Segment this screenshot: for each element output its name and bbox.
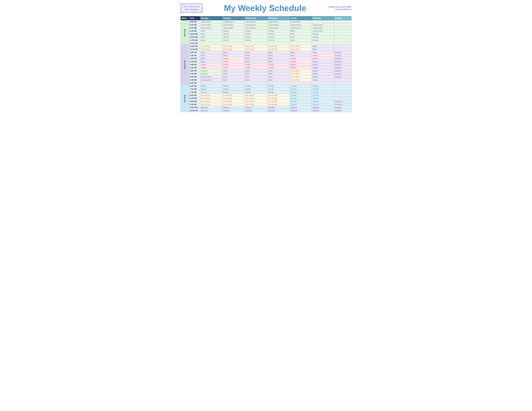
table-row: 10:30 PMSpiritualSpiritualSpiritualSpiri… <box>181 109 352 112</box>
data-cell-sat: Friends <box>312 94 334 97</box>
data-cell-wed: Work <box>244 54 267 57</box>
col-header-thursday: Thursday <box>267 16 290 20</box>
time-cell: 8:00 PM <box>189 94 200 97</box>
data-cell-fri: Health <box>290 66 312 69</box>
time-cell: 12:30 PM <box>189 48 200 51</box>
how-to-use-button[interactable]: Click: How to Use This Schedule <box>180 4 202 13</box>
data-cell-sat: Writing <box>312 36 334 39</box>
table-row: 3:00 PMHealthHealthHealthHealthHealthFam… <box>181 63 352 66</box>
data-cell-sat: Organization <box>312 27 334 29</box>
data-cell-wed: Organization <box>244 23 267 27</box>
data-cell-thu: Organization <box>267 27 290 29</box>
time-cell: 11:30 AM <box>189 42 200 45</box>
data-cell-mon: Organization <box>200 20 222 23</box>
table-row: 3:30 PMHealthHealthHealthHealthHealthFam… <box>181 66 352 69</box>
data-cell-sat: Family <box>312 78 334 82</box>
data-cell-mon: Organization <box>200 27 222 29</box>
time-cell: 10:00 PM <box>189 106 200 109</box>
time-cell: 10:30 PM <box>189 109 200 112</box>
data-cell-wed: Organization <box>244 27 267 29</box>
data-cell-tue: Work <box>222 75 244 78</box>
data-cell-tue: Fun & Play <box>222 97 244 100</box>
table-row: 11:00 AMWorkWritingWritingWritingWorkWri… <box>181 39 352 42</box>
table-row: 9:00 PMFun & PlayFun & PlayFun & PlayFun… <box>181 100 352 103</box>
time-cell: 8:00 AM <box>189 20 200 23</box>
data-cell-thu: Fun & Play <box>267 103 290 106</box>
data-cell-wed: Health <box>244 63 267 66</box>
data-cell-sat: Family <box>312 66 334 69</box>
table-row: 5:30 PMOrganizationWorkWorkWorkFun & Pla… <box>181 78 352 82</box>
data-cell-sat <box>312 82 334 85</box>
data-cell-fri: Friends <box>290 94 312 97</box>
data-cell-fri: Work <box>290 39 312 42</box>
data-cell-fri: Work <box>290 29 312 33</box>
data-cell-tue: Spiritual <box>222 109 244 112</box>
data-cell-sat: Spiritual <box>312 106 334 109</box>
data-cell-thu: Writing <box>267 39 290 42</box>
time-cell: 1:30 PM <box>189 54 200 57</box>
data-cell-sat: Family <box>312 72 334 75</box>
data-cell-sat: Work <box>312 48 334 51</box>
data-cell-wed: Fun & Play <box>244 94 267 97</box>
table-row: 5:00 PMOrganizationWorkWorkWorkFun & Pla… <box>181 75 352 78</box>
data-cell-mon: Spiritual <box>200 109 222 112</box>
data-cell-sat: Friends <box>312 103 334 106</box>
data-cell-mon: Fun & Play <box>200 103 222 106</box>
data-cell-wed: Fun & Play <box>244 100 267 103</box>
table-row: Morning8:00 AMOrganizationOrganizationOr… <box>181 20 352 23</box>
data-cell-sat: Friends <box>312 88 334 91</box>
table-row: 12:30 PMFun & PlayFun & PlayFun & PlayFu… <box>181 48 352 51</box>
data-cell-mon <box>200 42 222 45</box>
data-cell-thu: Fun & Play <box>267 97 290 100</box>
data-cell-thu: Health <box>267 63 290 66</box>
table-row: 4:00 PMFinanceWorkWorkWorkFun & PlayFami… <box>181 69 352 72</box>
data-cell-mon <box>200 82 222 85</box>
data-cell-fri: Work <box>290 36 312 39</box>
time-cell: 8:30 PM <box>189 97 200 100</box>
data-cell-wed: Writing <box>244 33 267 36</box>
data-cell-wed: Work <box>244 57 267 60</box>
data-cell-tue: Writing <box>222 33 244 36</box>
time-cell: 2:00 PM <box>189 57 200 60</box>
data-cell-sun <box>334 94 352 97</box>
data-cell-tue <box>222 42 244 45</box>
data-cell-wed: Fun & Play <box>244 45 267 48</box>
data-cell-thu <box>267 42 290 45</box>
data-cell-fri: Organization <box>290 27 312 29</box>
data-cell-thu: Fun & Play <box>267 94 290 97</box>
data-cell-fri: Health <box>290 63 312 66</box>
data-cell-sun <box>334 20 352 23</box>
time-cell: 3:30 PM <box>189 66 200 69</box>
table-row: 10:00 AMWorkWritingWritingWritingWorkWri… <box>181 33 352 36</box>
data-cell-wed: Writing <box>244 29 267 33</box>
data-cell-sun <box>334 97 352 100</box>
data-cell-fri: Fun & Play <box>290 78 312 82</box>
data-cell-mon: Health <box>200 66 222 69</box>
data-cell-mon: Fun & Play <box>200 100 222 103</box>
data-cell-thu: Work <box>267 78 290 82</box>
data-cell-thu: Writing <box>267 33 290 36</box>
data-cell-thu: Writing <box>267 29 290 33</box>
data-cell-fri: Work <box>290 33 312 36</box>
data-cell-wed: Fun & Play <box>244 103 267 106</box>
data-cell-thu: Work <box>267 54 290 57</box>
data-cell-wed: Work <box>244 75 267 78</box>
data-cell-fri: Health <box>290 57 312 60</box>
table-row: 11:30 AM <box>181 42 352 45</box>
data-cell-mon: Work <box>200 54 222 57</box>
data-cell-mon: Family <box>200 88 222 91</box>
col-header-friday: Friday <box>290 16 312 20</box>
time-cell: 6:00 PM <box>189 82 200 85</box>
table-row: 9:00 AMOrganizationOrganizationOrganizat… <box>181 27 352 29</box>
data-cell-sun <box>334 33 352 36</box>
data-cell-fri: Fun & Play <box>290 69 312 72</box>
data-cell-tue: Family <box>222 88 244 91</box>
data-cell-sun <box>334 23 352 27</box>
data-cell-tue: Work <box>222 51 244 54</box>
data-cell-sat: Family <box>312 60 334 63</box>
time-cell: 8:30 AM <box>189 23 200 27</box>
data-cell-wed: Fun & Play <box>244 97 267 100</box>
data-cell-sun: Spiritual <box>334 63 352 66</box>
data-cell-fri: Work <box>290 51 312 54</box>
table-row: 7:30 PMFamilyFamilyFamilyFamilyFriendsFr… <box>181 91 352 94</box>
